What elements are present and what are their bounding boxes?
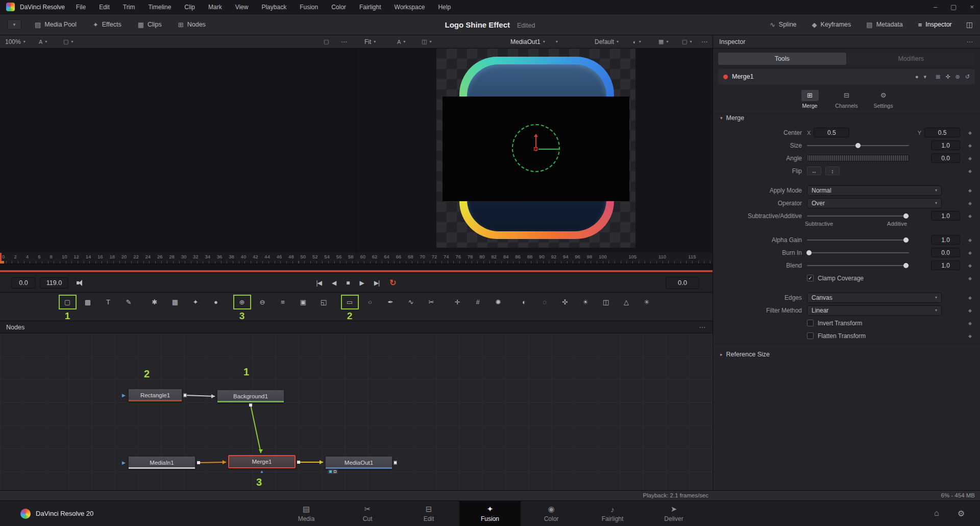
blend-slider[interactable]	[807, 265, 909, 266]
menu-view[interactable]: View	[235, 4, 249, 11]
subtab-channels[interactable]: ⊟ Channels	[832, 90, 862, 109]
gain-gamma-dropdown[interactable]: A▾	[39, 35, 47, 48]
keyframe-diamond-icon[interactable]: ◆	[968, 130, 972, 135]
planar-tracker-tool-icon[interactable]: ✺	[492, 297, 505, 307]
menu-workspace[interactable]: Workspace	[395, 4, 425, 11]
fastnoise-tool-icon[interactable]: ▩	[81, 297, 95, 307]
chevron-down-icon[interactable]: ▾	[924, 74, 927, 80]
play-reverse-button[interactable]: ◀	[332, 279, 336, 286]
play-button[interactable]: ▶	[359, 279, 363, 286]
gain-gamma-dropdown-2[interactable]: A▾	[397, 35, 405, 48]
angle-value-field[interactable]: 0.0	[931, 153, 960, 163]
node-mask-port[interactable]: ▲	[260, 469, 264, 474]
gridwarp-tool-icon[interactable]: #	[471, 297, 485, 307]
filter-method-dropdown[interactable]: Linear▾	[807, 305, 942, 316]
node-output-port[interactable]	[394, 461, 397, 465]
background-tool-icon[interactable]: ▢	[61, 297, 75, 307]
angle-thumbwheel[interactable]	[807, 155, 909, 161]
paint-tool-icon[interactable]: ✎	[122, 297, 136, 307]
close-button[interactable]: ×	[970, 3, 974, 11]
menu-mark[interactable]: Mark	[208, 4, 222, 11]
keyframe-diamond-icon[interactable]: ◆	[968, 250, 972, 255]
page-fairlight[interactable]: ♪ Fairlight	[582, 501, 643, 526]
left-viewer[interactable]	[0, 49, 356, 253]
invert-transform-checkbox[interactable]	[807, 320, 814, 326]
page-deliver[interactable]: ➤ Deliver	[643, 501, 704, 526]
camera3d-tool-icon[interactable]: △	[620, 297, 633, 307]
transform-tool-icon[interactable]: ✣	[558, 297, 572, 307]
keyframe-diamond-icon[interactable]: ◆	[968, 201, 972, 206]
keyframe-diamond-icon[interactable]: ◆	[968, 333, 972, 339]
burn-in-value-field[interactable]: 0.0	[931, 248, 960, 257]
node-output-port[interactable]	[183, 394, 187, 397]
magic-mask-tool-icon[interactable]: ✂	[425, 297, 438, 307]
copy-settings-icon[interactable]: ⊞	[936, 74, 940, 80]
channel-dropdown[interactable]: ▦▾	[658, 35, 668, 48]
resize-tool-icon[interactable]: ◱	[317, 297, 331, 307]
menu-trim[interactable]: Trim	[123, 4, 135, 11]
version-dot-icon[interactable]: ●	[915, 74, 919, 80]
inspector-menu-icon[interactable]: ⋯	[967, 38, 974, 45]
ellipse-mask-tool-icon[interactable]: ○	[363, 297, 377, 307]
dissolve-tool-icon[interactable]: ⊖	[256, 297, 270, 307]
slider-thumb[interactable]	[806, 250, 812, 255]
lock-icon[interactable]: ⊛	[955, 74, 960, 80]
flip-horizontal-button[interactable]: ↔	[807, 166, 821, 175]
keyframe-diamond-icon[interactable]: ◆	[968, 237, 972, 243]
lut-sphere-dropdown[interactable]: ◐▾	[633, 35, 641, 48]
operator-dropdown[interactable]: Over▾	[807, 198, 942, 208]
keyframe-diamond-icon[interactable]: ◆	[968, 213, 972, 219]
inspector-button[interactable]: ≡ Inspector	[918, 21, 952, 29]
merge-tool-icon[interactable]: ⊕	[235, 297, 249, 307]
media-pool-button[interactable]: ▤ Media Pool	[35, 21, 77, 29]
page-cut[interactable]: ✂ Cut	[337, 501, 398, 526]
bspline-mask-tool-icon[interactable]: ∿	[404, 297, 418, 307]
keyframes-button[interactable]: ◆ Keyframes	[812, 21, 851, 29]
loop-button[interactable]: ↻	[389, 278, 396, 288]
tab-tools[interactable]: Tools	[718, 53, 846, 65]
stop-button[interactable]: ■	[346, 279, 349, 286]
keyframe-diamond-icon[interactable]: ◆	[968, 321, 972, 326]
menu-fairlight[interactable]: Fairlight	[359, 4, 381, 11]
glow-tool-icon[interactable]: ☀	[579, 297, 593, 307]
slider-thumb[interactable]	[855, 143, 861, 148]
keyframe-diamond-icon[interactable]: ◆	[968, 295, 972, 300]
slider-thumb[interactable]	[903, 213, 909, 219]
rectangle-mask-tool-icon[interactable]: ▭	[343, 297, 357, 307]
menu-playback[interactable]: Playback	[261, 4, 286, 11]
center-x-field[interactable]: 0.5	[814, 128, 849, 137]
menu-file[interactable]: File	[76, 4, 86, 11]
menu-clip[interactable]: Clip	[184, 4, 195, 11]
viewer-options-button[interactable]: ⋯	[341, 35, 347, 48]
page-edit[interactable]: ⊟ Edit	[398, 501, 459, 526]
lut-dropdown[interactable]: Default▾	[595, 35, 619, 48]
range-start-field[interactable]: 0.0	[11, 277, 36, 289]
duplicate-tool-icon[interactable]: ●	[209, 297, 223, 307]
text-tool-icon[interactable]: T	[102, 297, 115, 307]
metadata-button[interactable]: ▤ Metadata	[866, 21, 902, 29]
app-menu[interactable]: DaVinci Resolve	[20, 4, 65, 11]
menu-help[interactable]: Help	[438, 4, 451, 11]
menu-fusion[interactable]: Fusion	[300, 4, 318, 11]
menu-color[interactable]: Color	[331, 4, 346, 11]
clamp-coverage-checkbox[interactable]: ✓	[807, 275, 814, 281]
fit-dropdown[interactable]: Fit▾	[364, 35, 376, 48]
pemitter-tool-icon[interactable]: ✱	[148, 297, 162, 307]
page-color[interactable]: ◉ Color	[521, 501, 582, 526]
minimize-button[interactable]: –	[934, 3, 937, 11]
page-fusion[interactable]: ✦ Fusion	[459, 501, 521, 526]
multilayer-tool-icon[interactable]: ≡	[276, 297, 290, 307]
color-corrector-tool-icon[interactable]: ◐	[518, 297, 531, 307]
viewer-source-dropdown[interactable]: MediaOut1 ▾ ▾	[510, 35, 558, 48]
flatten-transform-checkbox[interactable]	[807, 332, 814, 339]
hotspot-tool-icon[interactable]: ✦	[189, 297, 203, 307]
node-input-port[interactable]: ▶	[122, 460, 126, 465]
burn-in-slider[interactable]	[807, 252, 909, 253]
alpha-gain-slider[interactable]	[807, 240, 909, 241]
keyframe-diamond-icon[interactable]: ◆	[968, 143, 972, 148]
pin-icon[interactable]: ✜	[945, 74, 950, 80]
tab-modifiers[interactable]: Modifiers	[847, 53, 975, 65]
node-graph[interactable]: Rectangle1▶Background1MediaIn1▶Merge1▲Me…	[0, 333, 713, 490]
node-mediaout1[interactable]: MediaOut1	[325, 456, 393, 469]
blend-value-field[interactable]: 1.0	[931, 260, 960, 270]
